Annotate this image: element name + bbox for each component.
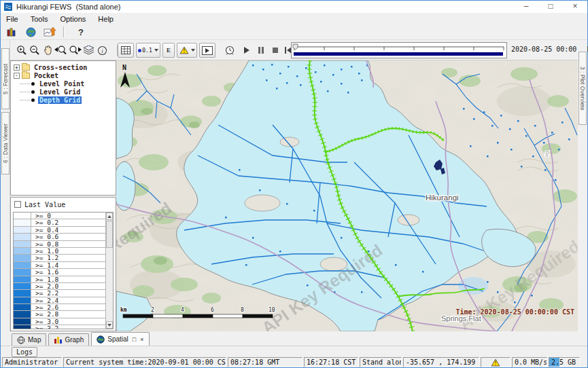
legend-label: >= 1.2 <box>31 255 105 261</box>
scroll-thumb[interactable] <box>106 221 113 248</box>
map-view[interactable]: API Key Required API Key Required API Ke… <box>116 60 578 331</box>
legend-label: >= 0.2 <box>31 219 105 225</box>
tree-item[interactable]: -Pocket <box>11 71 116 79</box>
svg-text:2: 2 <box>151 307 154 313</box>
tree-label[interactable]: Cross-section <box>33 64 88 71</box>
time-slider[interactable] <box>291 42 507 58</box>
stop-button[interactable] <box>269 43 281 58</box>
window-title: Hikurangi FEWS (Stand alone) <box>16 3 120 11</box>
legend-row[interactable]: >= 0.6 <box>14 234 105 240</box>
map-toolbar: i 0.1 E ! <box>10 40 578 60</box>
status-mode: Stand alone <box>360 357 402 367</box>
legend-rows: >= 0>= 0.2>= 0.4>= 0.6>= 0.8>= 1.0>= 1.2… <box>14 213 105 329</box>
contour-level-dropdown[interactable]: 0.1 <box>136 43 160 58</box>
menu-file[interactable]: File <box>1 15 25 23</box>
scroll-down-icon[interactable] <box>106 321 113 329</box>
labels-button[interactable]: E <box>162 43 175 58</box>
tree-label[interactable]: Level Grid <box>38 88 82 96</box>
legend-label: >= 1.4 <box>31 262 105 268</box>
bullet-icon <box>31 90 35 94</box>
layers-icon[interactable] <box>82 43 95 58</box>
tab-plot-overview[interactable]: 3 : Plot Overview <box>578 52 587 125</box>
legend-row[interactable]: >= 0.2 <box>14 219 105 226</box>
close-button[interactable]: × <box>563 1 587 13</box>
grid-display-button[interactable] <box>118 43 134 58</box>
warning-triangle-icon: ! <box>179 46 189 54</box>
legend-row[interactable]: >= 1.2 <box>14 255 105 261</box>
menu-help[interactable]: Help <box>92 15 120 23</box>
toolbar-separator <box>63 26 65 37</box>
legend-swatch <box>14 227 31 233</box>
data-explorer-icon[interactable] <box>3 26 20 39</box>
zoom-out-icon[interactable] <box>29 43 41 58</box>
main-toolbar: ? <box>1 24 587 40</box>
minimize-button[interactable]: – <box>514 1 538 13</box>
logs-button[interactable]: Logs <box>12 347 37 357</box>
legend-row[interactable]: >= 1.0 <box>14 248 105 255</box>
legend-row[interactable]: >= 3.0 <box>14 318 105 325</box>
scroll-up-icon[interactable] <box>106 213 113 220</box>
legend-row[interactable]: >= 1.8 <box>14 276 105 283</box>
menu-bar: File Tools Options Help <box>1 13 587 24</box>
tree-label[interactable]: Pocket <box>33 72 60 79</box>
svg-text:i: i <box>101 48 103 54</box>
last-value-checkbox[interactable] <box>14 201 21 208</box>
legend-scrollbar[interactable] <box>105 213 113 329</box>
status-warning[interactable]: ! <box>481 357 511 367</box>
tab-map[interactable]: Map <box>12 333 46 346</box>
logs-row: Logs <box>1 346 587 357</box>
zoom-next-icon[interactable] <box>69 43 82 58</box>
tree-label[interactable]: Depth Grid <box>38 96 82 104</box>
legend-label: >= 2.4 <box>31 297 105 303</box>
pause-button[interactable] <box>254 43 267 58</box>
menu-options[interactable]: Options <box>54 15 92 23</box>
legend-swatch <box>14 276 31 282</box>
zoom-previous-icon[interactable] <box>54 43 67 58</box>
globe-icon <box>17 336 25 344</box>
legend-row[interactable]: >= 2.4 <box>14 297 105 304</box>
status-data-rate: 0.0 MB/s <box>512 357 547 367</box>
spatial-display-icon[interactable] <box>22 26 39 39</box>
svg-text:!: ! <box>182 48 186 54</box>
thresholds-dropdown[interactable]: ! <box>177 43 197 58</box>
legend-label: >= 0.4 <box>31 227 105 233</box>
tree-expander[interactable]: - <box>14 73 20 79</box>
legend-row[interactable]: >= 0 <box>14 213 105 219</box>
legend-row[interactable]: >= 3.2 <box>14 325 105 329</box>
maximize-button[interactable]: □ <box>538 1 563 13</box>
pan-hand-icon[interactable] <box>41 43 54 58</box>
tab-maximize-icon[interactable]: □ <box>133 336 136 343</box>
help-button[interactable]: ? <box>73 26 89 39</box>
legend-row[interactable]: >= 2.8 <box>14 311 105 318</box>
tab-forecast[interactable]: 5 : Forecast <box>1 48 10 109</box>
tree-item[interactable]: Level Grid <box>11 88 116 96</box>
timeseries-chart-icon[interactable] <box>41 26 58 39</box>
info-icon[interactable]: i <box>96 43 109 58</box>
town-label: Hikurangi <box>426 194 459 202</box>
legend-row[interactable]: >= 2.6 <box>14 304 105 311</box>
legend-row[interactable]: >= 0.8 <box>14 241 105 248</box>
legend-row[interactable]: >= 1.6 <box>14 269 105 276</box>
legend-row[interactable]: >= 2.2 <box>14 290 105 297</box>
legend-row[interactable]: >= 2.0 <box>14 283 105 290</box>
tree-expander[interactable]: + <box>14 65 20 71</box>
tab-spatial[interactable]: Spatial □ × <box>91 332 149 346</box>
legend-label: >= 3.2 <box>31 325 105 329</box>
tree-label[interactable]: Level Point <box>38 80 86 88</box>
menu-tools[interactable]: Tools <box>25 15 55 23</box>
animation-window-button[interactable] <box>199 43 215 58</box>
play-button[interactable] <box>240 43 253 58</box>
tab-graph[interactable]: Graph <box>48 333 89 346</box>
tree-item[interactable]: Depth Grid <box>11 96 116 104</box>
last-value-label: Last Value <box>24 201 65 208</box>
legend-row[interactable]: >= 1.4 <box>14 262 105 269</box>
svg-text:6: 6 <box>211 307 214 313</box>
zoom-in-icon[interactable] <box>16 43 29 58</box>
tab-close-icon[interactable]: × <box>140 336 143 343</box>
animation-settings-clock-icon[interactable] <box>222 43 237 58</box>
tree-item[interactable]: Level Point <box>11 79 116 88</box>
tab-data-viewer[interactable]: 6 : Data Viewer <box>1 112 10 174</box>
legend-row[interactable]: >= 0.4 <box>14 227 105 234</box>
map-canvas[interactable]: API Key Required API Key Required API Ke… <box>116 60 578 331</box>
tree-item[interactable]: +Cross-section <box>11 63 116 71</box>
